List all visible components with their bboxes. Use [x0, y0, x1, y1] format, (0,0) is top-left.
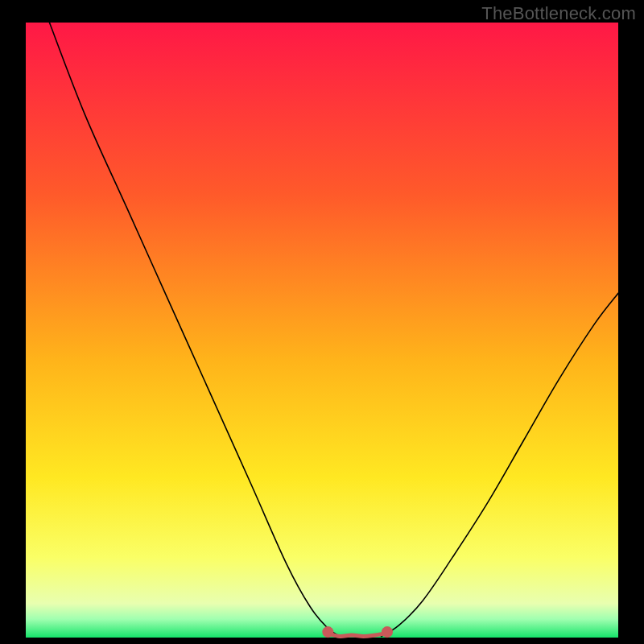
- marker-dot: [382, 626, 393, 638]
- bottleneck-chart: [0, 0, 644, 644]
- chart-frame: TheBottleneck.com: [0, 0, 644, 644]
- plot-area: [26, 23, 618, 638]
- watermark-text: TheBottleneck.com: [481, 3, 636, 24]
- marker-dot: [322, 626, 333, 638]
